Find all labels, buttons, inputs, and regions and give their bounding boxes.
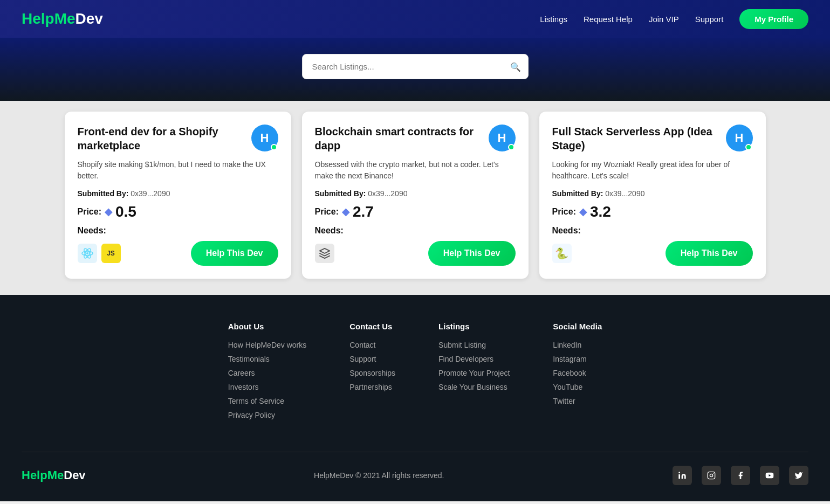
svg-point-0 xyxy=(86,252,88,254)
footer-logo-green: HelpMe xyxy=(22,468,64,482)
my-profile-button[interactable]: My Profile xyxy=(739,9,808,29)
card-2-needs-label: Needs: xyxy=(315,226,516,236)
footer-listings-heading: Listings xyxy=(438,322,510,331)
footer-instagram[interactable]: Instagram xyxy=(553,355,602,363)
linkedin-social-icon[interactable] xyxy=(673,466,692,485)
eth-icon-2: ◆ xyxy=(342,206,349,218)
svg-rect-5 xyxy=(708,472,715,479)
nav-listings[interactable]: Listings xyxy=(540,15,567,24)
cards-section: Front-end dev for a Shopify marketplace … xyxy=(0,101,830,295)
footer-linkedin[interactable]: LinkedIn xyxy=(553,341,602,349)
eth-icon-1: ◆ xyxy=(105,206,112,218)
card-3-description: Looking for my Wozniak! Really great ide… xyxy=(552,159,753,182)
footer-scale-business[interactable]: Scale Your Business xyxy=(438,383,510,391)
card-2-footer: Help This Dev xyxy=(315,241,516,266)
footer-about-heading: About Us xyxy=(228,322,306,331)
card-1-price-value: 0.5 xyxy=(115,203,136,220)
card-3-needs-label: Needs: xyxy=(552,226,753,236)
card-3-price-value: 3.2 xyxy=(590,203,611,220)
logo-green-part: HelpMe xyxy=(22,10,76,27)
header-logo: HelpMeDev xyxy=(22,10,103,27)
card-2-tech-icons xyxy=(315,244,334,263)
card-1-header: Front-end dev for a Shopify marketplace … xyxy=(78,125,278,153)
card-3-tech-icons: 🐍 xyxy=(552,244,572,263)
footer-contact-col: Contact Us Contact Support Sponsorships … xyxy=(349,322,395,425)
footer-support[interactable]: Support xyxy=(349,355,395,363)
footer-partnerships[interactable]: Partnerships xyxy=(349,383,395,391)
eth-icon-3: ◆ xyxy=(579,206,587,218)
help-dev-button-3[interactable]: Help This Dev xyxy=(666,241,753,266)
card-1-submitted: Submitted By: 0x39...2090 xyxy=(78,189,278,198)
svg-point-7 xyxy=(713,473,714,474)
footer-terms[interactable]: Terms of Service xyxy=(228,397,306,405)
footer-testimonials[interactable]: Testimonials xyxy=(228,355,306,363)
avatar-1-online-dot xyxy=(271,144,277,150)
avatar-2-online-dot xyxy=(508,144,515,150)
footer-find-devs[interactable]: Find Developers xyxy=(438,355,510,363)
twitter-social-icon[interactable] xyxy=(789,466,808,485)
footer-contact[interactable]: Contact xyxy=(349,341,395,349)
footer-social-heading: Social Media xyxy=(553,322,602,331)
logo-white-part: Dev xyxy=(76,10,103,27)
youtube-social-icon[interactable] xyxy=(760,466,779,485)
card-2-title: Blockchain smart contracts for dapp xyxy=(315,125,477,153)
header: HelpMeDev Listings Request Help Join VIP… xyxy=(0,0,830,38)
footer-submit-listing[interactable]: Submit Listing xyxy=(438,341,510,349)
footer-twitter[interactable]: Twitter xyxy=(553,397,602,405)
card-3-price: Price: ◆ 3.2 xyxy=(552,203,753,220)
card-1-price: Price: ◆ 0.5 xyxy=(78,203,278,220)
footer-contact-heading: Contact Us xyxy=(349,322,395,331)
footer-logo: HelpMeDev xyxy=(22,468,86,482)
footer-about-col: About Us How HelpMeDev works Testimonial… xyxy=(228,322,306,425)
footer-youtube[interactable]: YouTube xyxy=(553,383,602,391)
python-icon: 🐍 xyxy=(552,244,572,263)
footer-facebook[interactable]: Facebook xyxy=(553,369,602,377)
footer-privacy[interactable]: Privacy Policy xyxy=(228,411,306,419)
footer-bottom: HelpMeDev HelpMeDev © 2021 All rights re… xyxy=(22,452,808,485)
card-1-description: Shopify site making $1k/mon, but I need … xyxy=(78,159,278,182)
main-nav: Listings Request Help Join VIP Support M… xyxy=(540,9,808,29)
card-3-title: Full Stack Serverless App (Idea Stage) xyxy=(552,125,714,153)
card-2-price: Price: ◆ 2.7 xyxy=(315,203,516,220)
avatar-3-online-dot xyxy=(745,144,752,150)
facebook-social-icon[interactable] xyxy=(731,466,750,485)
search-input[interactable] xyxy=(302,54,529,79)
card-3-avatar: H xyxy=(726,125,753,151)
nav-support[interactable]: Support xyxy=(695,15,724,24)
footer-sponsorships[interactable]: Sponsorships xyxy=(349,369,395,377)
card-2-submitted: Submitted By: 0x39...2090 xyxy=(315,189,516,198)
footer-social-icons xyxy=(673,466,808,485)
footer-columns: About Us How HelpMeDev works Testimonial… xyxy=(22,322,808,425)
card-1-avatar: H xyxy=(251,125,278,151)
card-1-needs-label: Needs: xyxy=(78,226,278,236)
card-1-title: Front-end dev for a Shopify marketplace xyxy=(78,125,239,153)
footer-careers[interactable]: Careers xyxy=(228,369,306,377)
card-3-submitted: Submitted By: 0x39...2090 xyxy=(552,189,753,198)
footer-social-col: Social Media LinkedIn Instagram Facebook… xyxy=(553,322,602,425)
card-1-tech-icons: JS xyxy=(78,244,121,263)
card-3-footer: 🐍 Help This Dev xyxy=(552,241,753,266)
footer: About Us How HelpMeDev works Testimonial… xyxy=(0,295,830,501)
footer-copyright: HelpMeDev © 2021 All rights reserved. xyxy=(314,471,444,480)
card-2-avatar: H xyxy=(489,125,516,151)
help-dev-button-1[interactable]: Help This Dev xyxy=(191,241,278,266)
listing-card-2: Blockchain smart contracts for dapp H Ob… xyxy=(302,112,529,279)
listing-card-3: Full Stack Serverless App (Idea Stage) H… xyxy=(539,112,766,279)
footer-how-it-works[interactable]: How HelpMeDev works xyxy=(228,341,306,349)
card-2-price-value: 2.7 xyxy=(353,203,374,220)
js-icon: JS xyxy=(101,244,121,263)
search-section: 🔍 xyxy=(0,38,830,101)
svg-point-6 xyxy=(710,474,712,477)
instagram-social-icon[interactable] xyxy=(702,466,721,485)
search-icon: 🔍 xyxy=(510,61,521,72)
react-icon xyxy=(78,244,97,263)
footer-investors[interactable]: Investors xyxy=(228,383,306,391)
listing-card-1: Front-end dev for a Shopify marketplace … xyxy=(65,112,291,279)
footer-logo-white: Dev xyxy=(64,468,85,482)
nav-join-vip[interactable]: Join VIP xyxy=(649,15,679,24)
card-1-footer: JS Help This Dev xyxy=(78,241,278,266)
nav-request-help[interactable]: Request Help xyxy=(584,15,633,24)
help-dev-button-2[interactable]: Help This Dev xyxy=(428,241,516,266)
card-3-header: Full Stack Serverless App (Idea Stage) H xyxy=(552,125,753,153)
footer-promote-project[interactable]: Promote Your Project xyxy=(438,369,510,377)
